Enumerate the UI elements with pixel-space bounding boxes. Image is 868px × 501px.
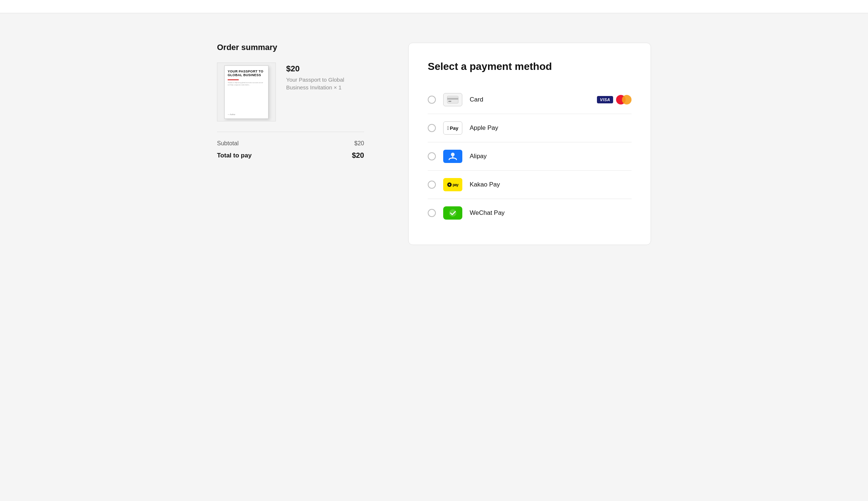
radio-applepay[interactable] [428, 124, 436, 132]
payment-panel: Select a payment method Card VISA [408, 43, 651, 245]
payment-option-card[interactable]: Card VISA [428, 86, 632, 114]
payment-option-applepay[interactable]:  Pay Apple Pay [428, 114, 632, 142]
card-icon [443, 93, 462, 106]
kakaopay-icon: pay [443, 178, 462, 191]
alipay-label: Alipay [470, 153, 632, 160]
top-bar [0, 0, 868, 13]
wechatpay-label: WeChat Pay [470, 209, 632, 217]
product-row: YOUR PASSPORT TO GLOBAL BUSINESS Thanks … [217, 63, 364, 121]
alipay-icon [443, 150, 462, 163]
mastercard-badge [616, 95, 632, 104]
subtotal-label: Subtotal [217, 140, 239, 147]
payment-option-wechatpay[interactable]: WeChat Pay [428, 199, 632, 227]
mc-circle-orange [622, 95, 632, 104]
kakao-pay-text: pay [453, 183, 459, 187]
order-divider [217, 132, 364, 132]
applepay-text:  Pay [447, 125, 458, 131]
apple-symbol:  [447, 125, 449, 131]
order-summary-title: Order summary [217, 43, 364, 52]
subtotal-row: Subtotal $20 [217, 138, 364, 149]
svg-rect-1 [447, 98, 458, 100]
book-red-line [228, 79, 239, 80]
svg-rect-2 [448, 101, 451, 102]
total-label: Total to pay [217, 152, 252, 159]
svg-point-3 [451, 153, 455, 156]
total-row: Total to pay $20 [217, 149, 364, 162]
subtotal-value: $20 [354, 140, 364, 147]
payment-option-alipay[interactable]: Alipay [428, 142, 632, 171]
applepay-icon:  Pay [443, 121, 462, 135]
book-author: — Author [228, 113, 265, 116]
kakao-bubble-dot [449, 184, 450, 185]
book-body-text: Thanks to help keep global economic acco… [228, 82, 265, 86]
product-details: $20 Your Passport to Global Business Inv… [286, 63, 364, 91]
applepay-label: Apple Pay [470, 124, 632, 132]
product-name: Your Passport to Global Business Invitat… [286, 76, 364, 91]
page-content: Order summary YOUR PASSPORT TO GLOBAL BU… [0, 13, 868, 501]
radio-card[interactable] [428, 96, 436, 104]
kakao-bubble-icon [447, 182, 452, 187]
order-summary: Order summary YOUR PASSPORT TO GLOBAL BU… [217, 43, 364, 162]
book-title: YOUR PASSPORT TO GLOBAL BUSINESS [228, 70, 265, 78]
radio-kakaopay[interactable] [428, 181, 436, 189]
pay-text: Pay [450, 125, 458, 131]
book-cover: YOUR PASSPORT TO GLOBAL BUSINESS Thanks … [224, 65, 268, 119]
wechatpay-icon [443, 206, 462, 220]
card-label: Card [470, 96, 590, 103]
radio-wechatpay[interactable] [428, 209, 436, 217]
card-badges: VISA [597, 95, 632, 104]
radio-alipay[interactable] [428, 152, 436, 160]
total-value: $20 [352, 151, 364, 160]
kakaopay-label: Kakao Pay [470, 181, 632, 188]
product-image: YOUR PASSPORT TO GLOBAL BUSINESS Thanks … [217, 63, 276, 121]
payment-title: Select a payment method [428, 61, 632, 72]
product-price: $20 [286, 64, 364, 74]
payment-option-kakaopay[interactable]: pay Kakao Pay [428, 171, 632, 199]
visa-badge: VISA [597, 96, 613, 103]
